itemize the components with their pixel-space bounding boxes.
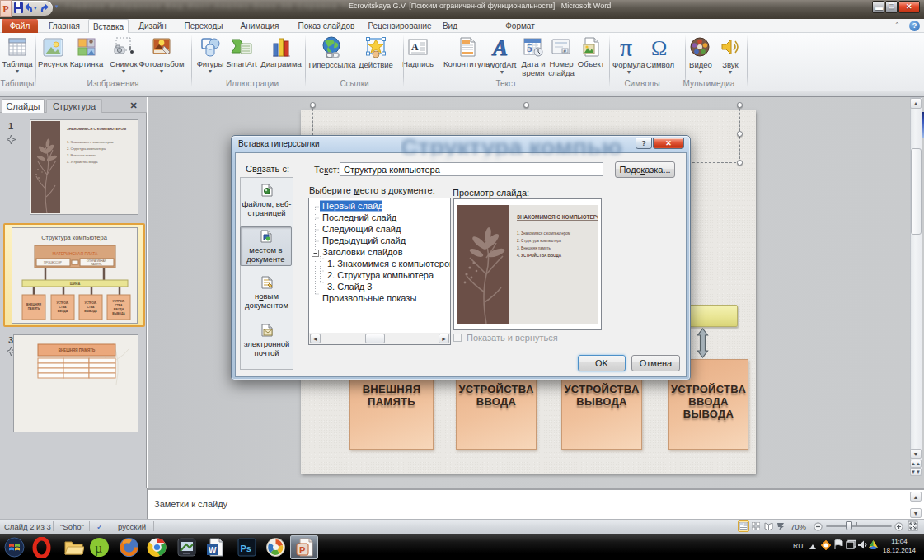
svg-text:ШИНА: ШИНА (70, 282, 81, 286)
svg-text:4. Устройства ввода: 4. Устройства ввода (67, 160, 98, 164)
svg-text:3. Слайд 3: 3. Слайд 3 (327, 282, 372, 292)
svg-text:ВНЕШНЯЯ: ВНЕШНЯЯ (26, 303, 41, 306)
svg-text:W: W (209, 546, 217, 555)
svg-text:Ps: Ps (241, 544, 251, 553)
svg-text:3. Внешняя память: 3. Внешняя память (517, 246, 551, 250)
svg-text:1. Знакомимся с компьютером: 1. Знакомимся с компьютером (327, 259, 450, 268)
svg-text:ПАМЯТЬ: ПАМЯТЬ (28, 307, 40, 310)
svg-text:СТВА: СТВА (115, 304, 123, 307)
svg-text:P: P (299, 545, 305, 555)
svg-text:Первый слайд: Первый слайд (322, 201, 383, 211)
svg-text:ВЫВОДА: ВЫВОДА (112, 312, 125, 315)
svg-text:ВВОДА: ВВОДА (58, 310, 68, 313)
svg-text:Предыдущий слайд: Предыдущий слайд (322, 236, 406, 245)
svg-text:УСТРОЙ-: УСТРОЙ- (85, 301, 97, 305)
svg-text:Заголовки слайдов: Заголовки слайдов (322, 247, 403, 257)
svg-text:ЗНАКОМИМСЯ С КОМПЬЮТЕРОМ: ЗНАКОМИМСЯ С КОМПЬЮТЕРОМ (67, 127, 126, 131)
svg-text:Следующий слайд: Следующий слайд (322, 224, 401, 234)
svg-text:A: A (411, 41, 419, 53)
svg-text:µ: µ (95, 541, 102, 556)
svg-text:3. Внешняя память: 3. Внешняя память (67, 153, 96, 157)
svg-text:Произвольные показы: Произвольные показы (322, 293, 416, 303)
svg-text:ВВОДА: ВВОДА (114, 308, 124, 311)
svg-text:2. Структура компьютера: 2. Структура компьютера (67, 147, 106, 151)
svg-text:СТВА: СТВА (59, 306, 67, 309)
svg-text:МАТЕРИНСКАЯ ПЛАТА: МАТЕРИНСКАЯ ПЛАТА (53, 251, 99, 256)
svg-text:ПРОЦЕССОР: ПРОЦЕССОР (44, 261, 62, 264)
svg-text:ВНЕШНЯЯ ПАМЯТЬ: ВНЕШНЯЯ ПАМЯТЬ (59, 348, 96, 352)
svg-text:2. Структура компьютера: 2. Структура компьютера (327, 270, 434, 280)
svg-text:УСТРОЙ-: УСТРОЙ- (113, 300, 125, 303)
svg-text:ВЫВОДА: ВЫВОДА (84, 310, 97, 313)
svg-text:УСТРОЙ-: УСТРОЙ- (57, 301, 69, 305)
svg-text:1. Знакомимся с компьютером: 1. Знакомимся с компьютером (517, 231, 570, 236)
svg-text:5: 5 (527, 42, 532, 54)
svg-text:ПАМЯТЬ: ПАМЯТЬ (91, 263, 101, 266)
svg-text:СТВА: СТВА (87, 306, 95, 309)
svg-text:Последний слайд: Последний слайд (322, 212, 397, 222)
svg-text:Ω: Ω (651, 36, 667, 59)
svg-text:2. Структура компьютера: 2. Структура компьютера (517, 239, 561, 243)
svg-text:4. УСТРОЙСТВА ВВОДА: 4. УСТРОЙСТВА ВВОДА (517, 252, 562, 258)
svg-text:π: π (620, 36, 632, 59)
svg-text:Структура компьютера: Структура компьютера (41, 234, 107, 241)
svg-text:ЗНАКОМИМСЯ С КОМПЬЮТЕРОМ: ЗНАКОМИМСЯ С КОМПЬЮТЕРОМ (517, 214, 598, 220)
svg-text:1. Знакомимся с компьютером: 1. Знакомимся с компьютером (67, 140, 114, 144)
svg-text:A: A (491, 36, 508, 59)
